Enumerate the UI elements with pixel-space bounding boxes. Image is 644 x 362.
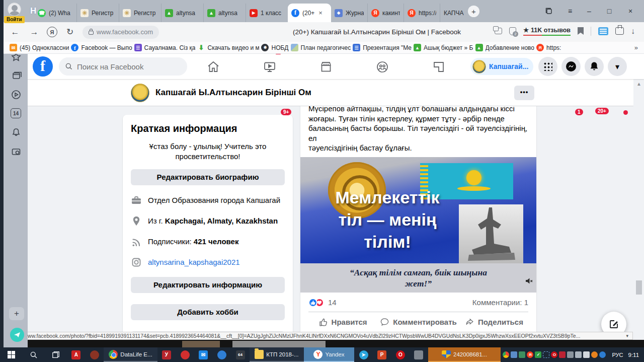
facebook-logo[interactable]: f — [33, 56, 53, 77]
tray-opera-icon[interactable]: O — [551, 351, 557, 358]
tab-youtube[interactable]: ▶ 1 класс — [246, 4, 288, 22]
forward-button[interactable]: → — [27, 27, 42, 37]
tray-usb-icon[interactable] — [575, 351, 582, 358]
watch-icon[interactable] — [263, 60, 283, 74]
calendar-icon[interactable]: 14 — [11, 108, 21, 118]
messenger-button[interactable] — [561, 57, 581, 76]
reload-button[interactable]: ↻ — [62, 27, 77, 37]
tab-yandex-2[interactable]: Я https:// — [404, 4, 440, 22]
reader-mode-icon[interactable] — [598, 27, 608, 35]
taskbar-camera-app[interactable] — [213, 347, 231, 362]
post-video[interactable]: Мемлекеттік тіл — менің тілім! “Асқақ ті… — [300, 157, 536, 293]
search-input[interactable] — [77, 62, 178, 71]
taskbar-grey-app[interactable] — [410, 347, 428, 362]
marketplace-icon[interactable] — [319, 60, 339, 74]
apps-menu-button[interactable] — [538, 57, 557, 76]
home-icon[interactable] — [206, 60, 226, 74]
tray-snip-icon[interactable] — [543, 351, 549, 358]
share-button[interactable]: Поделиться — [457, 314, 531, 330]
account-menu-button[interactable]: ▾ — [608, 57, 627, 76]
video-icon[interactable] — [11, 89, 22, 100]
bookmark-presentation[interactable]: ☰Презентация "Ме — [353, 44, 412, 51]
downloads-icon[interactable]: ↓ — [631, 27, 635, 36]
bookmark-flag-icon[interactable] — [578, 27, 584, 35]
edit-info-button[interactable]: Редактировать информацию — [131, 277, 285, 293]
tray-yandex-icon[interactable]: Я — [527, 351, 533, 358]
bookmark-download-video[interactable]: ⬇Скачать видео и м — [197, 44, 259, 51]
facebook-search[interactable] — [59, 57, 187, 76]
taskbar-alert-window[interactable]: 242008681... — [428, 347, 501, 362]
close-button[interactable]: × — [624, 5, 637, 17]
browser-profile-avatar[interactable] — [8, 3, 21, 16]
tab-zhurnal[interactable]: ◆ Журна — [331, 4, 367, 22]
notifications-bell-icon[interactable] — [11, 127, 22, 138]
screenshot-icon[interactable] — [11, 146, 22, 157]
like-reaction-icon[interactable] — [308, 298, 317, 307]
sidebar-add-button[interactable]: + — [9, 307, 24, 320]
taskbar-clock[interactable]: 9:11 — [627, 347, 644, 362]
bookmarks-overflow-icon[interactable]: » — [634, 44, 638, 51]
tabs-panel-icon[interactable] — [11, 70, 22, 81]
tab-whatsapp[interactable]: ☎ (2) Wha — [34, 4, 76, 22]
taskbar-mail[interactable]: ✉ — [194, 347, 213, 362]
yandex-services-button[interactable]: Я — [47, 27, 57, 37]
scrollbar-thumb[interactable] — [636, 280, 642, 295]
groups-icon[interactable] — [375, 60, 395, 74]
profile-chip[interactable]: Капшагай... — [470, 58, 533, 75]
protect-shield-icon[interactable]: 2 — [509, 27, 516, 35]
tray-map-icon[interactable] — [519, 351, 525, 358]
taskbar-yandex-active[interactable]: Y Yandex — [304, 347, 354, 362]
collections-icon[interactable] — [615, 27, 624, 35]
minimize-button[interactable]: – — [583, 5, 596, 17]
messenger-teal-icon[interactable] — [10, 328, 24, 342]
tray-app-icon[interactable] — [511, 351, 517, 358]
tray-antivirus-icon[interactable] — [559, 351, 566, 358]
signin-badge[interactable]: Войти — [4, 16, 25, 23]
page-avatar[interactable] — [131, 84, 149, 102]
taskbar-app-rust[interactable] — [86, 347, 104, 362]
taskbar-search-button[interactable] — [22, 347, 44, 362]
mute-icon[interactable] — [525, 276, 534, 285]
taskbar-telegram[interactable]: ➤ — [354, 347, 373, 362]
instagram-link[interactable]: altynsarina_kapshagai2021 — [148, 258, 240, 266]
edit-bio-button[interactable]: Редактировать биографию — [131, 169, 285, 185]
taskbar-powerpoint[interactable]: P — [373, 347, 391, 362]
like-button[interactable]: Нравится — [305, 314, 380, 330]
bookmark-facebook[interactable]: fFacebook — Выпо — [71, 44, 132, 51]
tab-altynsa-1[interactable]: ▲ altynsa — [161, 4, 203, 22]
bookmark-https[interactable]: Яhttps: — [536, 44, 561, 51]
notifications-button[interactable] — [585, 57, 604, 76]
tab-panel-icon[interactable] — [542, 5, 555, 17]
taskbar-red-app[interactable] — [176, 347, 194, 362]
tab-facebook-active[interactable]: f (20+ × — [288, 4, 331, 22]
status-chevron-icon[interactable]: ▾ — [626, 333, 628, 338]
tab-kapcha[interactable]: КАПЧА — [440, 4, 470, 22]
tray-chrome-icon[interactable] — [503, 351, 509, 358]
url-field[interactable]: www.facebook.com — [83, 26, 159, 39]
bookmark-nobd[interactable]: ✹НОБД — [261, 44, 288, 51]
add-hobby-button[interactable]: Добавить хобби — [131, 304, 285, 320]
taskbar-64-app[interactable]: 64 — [231, 347, 250, 362]
new-tab-button[interactable]: + — [468, 6, 479, 17]
bookmark-odnoklassniki[interactable]: ✉(45) Одноклассни — [10, 44, 69, 51]
tab-registr-1[interactable]: ✳ Регистр — [76, 4, 119, 22]
tray-flower-icon[interactable] — [591, 351, 598, 358]
reactions-count[interactable]: 14 — [328, 298, 337, 307]
bookmark-plan[interactable]: План педагогичес — [291, 44, 351, 51]
taskbar-download-master[interactable]: У — [157, 347, 176, 362]
start-button[interactable] — [0, 347, 22, 362]
page-more-button[interactable]: ••• — [514, 86, 534, 100]
bookmark-saualnama[interactable]: ☰Сауалнама. Сіз қа — [134, 44, 196, 51]
menu-icon[interactable]: ≡ — [564, 5, 577, 17]
comments-count[interactable]: Комментарии: 1 — [472, 298, 528, 307]
taskbar-opera[interactable]: O — [391, 347, 410, 362]
back-button[interactable]: ← — [8, 27, 23, 37]
tab-close-icon[interactable]: × — [318, 9, 323, 17]
maximize-button[interactable]: □ — [603, 5, 616, 17]
copy-page-icon[interactable] — [495, 28, 502, 34]
language-indicator[interactable]: РУС — [608, 347, 627, 362]
tray-check-icon[interactable]: ✓ — [535, 351, 541, 358]
tab-yandex-1[interactable]: Я какинте — [367, 4, 404, 22]
gaming-icon[interactable] — [432, 60, 452, 74]
taskbar-acrobat[interactable]: A — [67, 347, 86, 362]
